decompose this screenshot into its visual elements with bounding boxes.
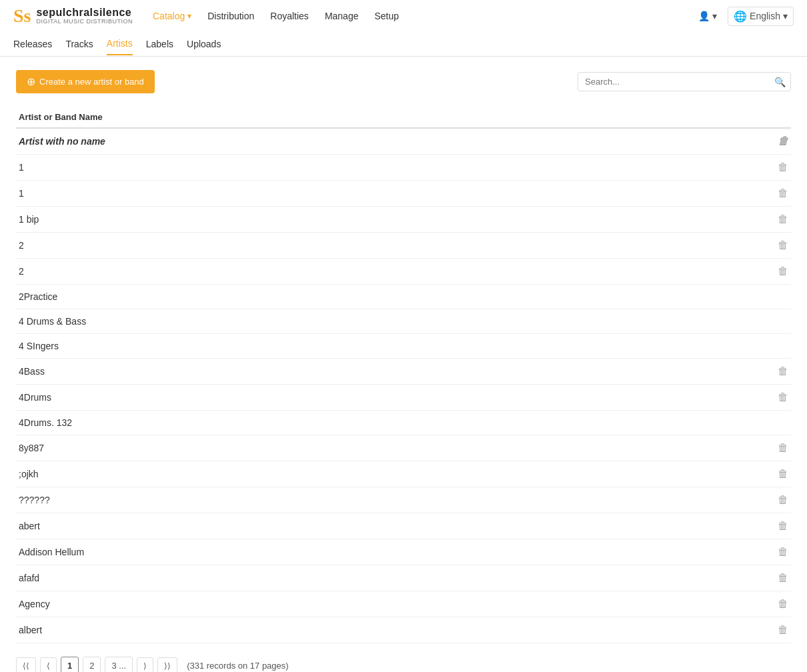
page-2-button[interactable]: 2: [83, 657, 101, 672]
user-chevron: ▾: [712, 11, 717, 21]
table-row: 4 SIngers: [16, 334, 791, 359]
table-row: afafd🗑: [16, 565, 791, 591]
search-icon: 🔍: [774, 77, 786, 87]
pagination: ⟨⟨ ⟨ 1 2 3 ... ⟩ ⟩⟩ (331 records on 17 p…: [16, 657, 791, 672]
table-row: albert🗑: [16, 617, 791, 643]
nav-distribution[interactable]: Distribution: [207, 11, 254, 21]
logo-ss: Ss: [13, 5, 31, 27]
logo-sub: DIGITAL MUSIC DISTRIBUTION: [36, 19, 133, 25]
header-top: Ss sepulchralsilence DIGITAL MUSIC DISTR…: [13, 0, 794, 32]
artist-name: 4Drums. 132: [19, 417, 72, 428]
table-row: Addison Hellum🗑: [16, 539, 791, 565]
delete-icon[interactable]: 🗑: [778, 213, 788, 225]
page-1-button[interactable]: 1: [61, 657, 79, 672]
nav-manage[interactable]: Manage: [325, 11, 359, 21]
artist-name: 4 Drums & Bass: [19, 316, 86, 327]
artist-name: 1 bip: [19, 214, 39, 225]
table-row: Artist with no name🗑: [16, 129, 791, 155]
delete-icon[interactable]: 🗑: [778, 598, 788, 610]
artists-table: Artist or Band Name Artist with no name🗑…: [16, 107, 791, 643]
create-artist-button[interactable]: ⊕ Create a new artist or band: [16, 70, 155, 93]
subnav-uploads[interactable]: Uploads: [187, 33, 221, 55]
delete-icon[interactable]: 🗑: [778, 391, 788, 403]
table-row: 1 bip🗑: [16, 207, 791, 233]
search-box: 🔍: [578, 72, 791, 91]
artist-name: 4Bass: [19, 366, 45, 377]
delete-icon[interactable]: 🗑: [778, 265, 788, 277]
artist-name: Addison Hellum: [19, 547, 84, 557]
artist-name: Agency: [19, 599, 50, 609]
table-row: abert🗑: [16, 513, 791, 539]
logo-name: sepulchralsilence: [36, 7, 133, 19]
first-page-button[interactable]: ⟨⟨: [16, 657, 36, 673]
artist-name: 2Practice: [19, 291, 57, 302]
last-page-button[interactable]: ⟩⟩: [157, 657, 177, 673]
table-row: Agency🗑: [16, 591, 791, 617]
main-nav: Catalog Distribution Royalties Manage Se…: [153, 11, 399, 21]
table-row: 1🗑: [16, 155, 791, 181]
delete-icon[interactable]: 🗑: [778, 187, 788, 199]
artist-name: abert: [19, 521, 40, 531]
nav-royalties[interactable]: Royalties: [270, 11, 309, 21]
delete-icon[interactable]: 🗑: [778, 135, 788, 147]
user-menu[interactable]: 👤 ▾: [698, 11, 717, 21]
user-icon: 👤: [698, 11, 710, 21]
table-row: ??????🗑: [16, 487, 791, 513]
delete-icon[interactable]: 🗑: [778, 572, 788, 584]
lang-chevron: ▾: [783, 11, 788, 21]
prev-page-button[interactable]: ⟨: [40, 657, 57, 673]
language-selector[interactable]: 🌐 English ▾: [728, 7, 794, 26]
table-row: 8y887🗑: [16, 435, 791, 461]
delete-icon[interactable]: 🗑: [778, 161, 788, 173]
header: Ss sepulchralsilence DIGITAL MUSIC DISTR…: [0, 0, 807, 57]
subnav-tracks[interactable]: Tracks: [65, 33, 93, 55]
delete-icon[interactable]: 🗑: [778, 442, 788, 454]
table-row: 2Practice: [16, 285, 791, 309]
delete-icon[interactable]: 🗑: [778, 624, 788, 636]
logo-text: sepulchralsilence DIGITAL MUSIC DISTRIBU…: [36, 7, 133, 25]
nav-setup[interactable]: Setup: [374, 11, 399, 21]
language-label: English: [750, 11, 780, 21]
table-rows: Artist with no name🗑1🗑1🗑1 bip🗑2🗑2🗑2Pract…: [16, 129, 791, 643]
create-btn-label: Create a new artist or band: [39, 77, 144, 87]
logo[interactable]: Ss sepulchralsilence DIGITAL MUSIC DISTR…: [13, 5, 133, 27]
artist-name: ;ojkh: [19, 469, 39, 479]
artist-name: 1: [19, 188, 24, 199]
subnav-labels[interactable]: Labels: [146, 33, 173, 55]
table-row: 4 Drums & Bass: [16, 309, 791, 334]
table-header: Artist or Band Name: [16, 107, 791, 129]
table-row: 2🗑: [16, 259, 791, 285]
next-page-button[interactable]: ⟩: [137, 657, 153, 673]
artist-name: 2: [19, 240, 24, 251]
artist-name: 1: [19, 162, 24, 173]
table-row: ;ojkh🗑: [16, 461, 791, 487]
subnav-artists[interactable]: Artists: [107, 33, 133, 55]
delete-icon[interactable]: 🗑: [778, 546, 788, 558]
artist-name: afafd: [19, 573, 39, 583]
delete-icon[interactable]: 🗑: [778, 365, 788, 377]
artist-name: 2: [19, 266, 24, 277]
artist-name: albert: [19, 625, 42, 635]
plus-icon: ⊕: [27, 75, 35, 88]
artist-name: 8y887: [19, 443, 44, 453]
table-row: 4Drums🗑: [16, 385, 791, 411]
header-right: 👤 ▾ 🌐 English ▾: [698, 7, 794, 26]
delete-icon[interactable]: 🗑: [778, 520, 788, 532]
artist-name: ??????: [19, 495, 50, 505]
subnav-releases[interactable]: Releases: [13, 33, 52, 55]
page-info: (331 records on 17 pages): [187, 661, 288, 671]
delete-icon[interactable]: 🗑: [778, 239, 788, 251]
table-row: 2🗑: [16, 233, 791, 259]
page-3-button[interactable]: 3 ...: [105, 657, 133, 672]
delete-icon[interactable]: 🗑: [778, 468, 788, 480]
table-row: 4Bass🗑: [16, 359, 791, 385]
artist-name: 4Drums: [19, 392, 51, 403]
globe-icon: 🌐: [734, 10, 747, 23]
table-row: 4Drums. 132: [16, 411, 791, 435]
nav-catalog[interactable]: Catalog: [153, 11, 191, 21]
delete-icon[interactable]: 🗑: [778, 494, 788, 506]
main-content: ⊕ Create a new artist or band 🔍 Artist o…: [0, 57, 807, 672]
search-input[interactable]: [578, 72, 791, 91]
table-row: 1🗑: [16, 181, 791, 207]
artist-name: 4 SIngers: [19, 341, 59, 351]
